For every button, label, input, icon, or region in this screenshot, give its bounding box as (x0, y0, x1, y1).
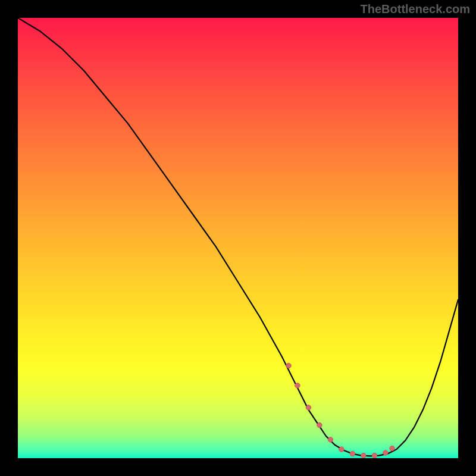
marker-dot (328, 437, 333, 442)
marker-dot (372, 453, 377, 458)
marker-dot (383, 450, 388, 455)
bottleneck-curve (18, 18, 458, 456)
marker-dot (295, 383, 300, 388)
marker-dot (286, 363, 291, 368)
marker-dot (390, 446, 394, 451)
marker-dot (339, 447, 344, 452)
marker-group (286, 363, 394, 458)
attribution-text: TheBottleneck.com (361, 2, 470, 16)
marker-dot (361, 453, 366, 458)
marker-dot (306, 405, 311, 410)
plot-area (18, 18, 458, 458)
marker-dot (350, 451, 355, 456)
chart-overlay (18, 18, 458, 458)
marker-dot (317, 422, 322, 427)
chart-frame: TheBottleneck.com (0, 0, 476, 476)
